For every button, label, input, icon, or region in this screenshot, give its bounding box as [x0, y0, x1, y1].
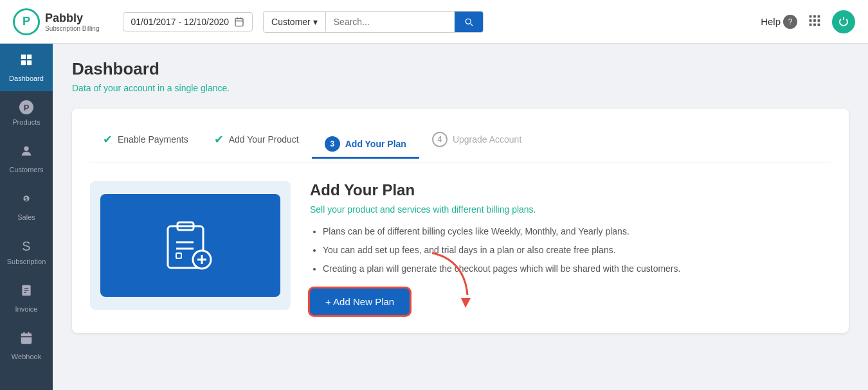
plan-description: Sell your product and services with diff… — [310, 204, 831, 215]
top-navigation: P Pabbly Subscription Billing 01/01/2017… — [0, 0, 868, 44]
search-input[interactable] — [326, 12, 455, 31]
svg-rect-10 — [809, 23, 812, 26]
logo-tagline: Subscription Billing — [45, 25, 100, 32]
step1-label: Enable Payments — [118, 134, 188, 145]
main-content: Dashboard Data of your account in a sing… — [53, 44, 868, 390]
help-button[interactable]: Help ? — [761, 15, 797, 29]
step4-label: Upgrade Account — [453, 134, 521, 145]
step1-check-icon: ✔ — [103, 132, 113, 146]
plan-feature-3: Creating a plan will generate the checko… — [323, 262, 831, 276]
plan-clipboard-icon — [158, 213, 222, 278]
sidebar-item-customers-label: Customers — [9, 166, 43, 173]
sidebar-item-dashboard[interactable]: Dashboard — [0, 44, 53, 91]
svg-rect-16 — [27, 60, 32, 65]
sidebar-item-subscription-label: Subscription — [7, 258, 46, 265]
step-enable-payments[interactable]: ✔ Enable Payments — [90, 127, 201, 152]
sidebar-item-products[interactable]: P Products — [0, 91, 53, 135]
topnav-right: Help ? — [761, 10, 855, 33]
svg-rect-6 — [818, 15, 820, 17]
step-upgrade-account[interactable]: 4 Upgrade Account — [419, 127, 534, 152]
svg-rect-14 — [27, 55, 32, 59]
logo-icon: P — [13, 8, 40, 35]
help-label: Help — [761, 16, 781, 27]
svg-text:$: $ — [24, 197, 28, 202]
sidebar-item-webhook-label: Webhook — [12, 353, 41, 360]
logo: P Pabbly Subscription Billing — [13, 8, 100, 35]
step2-check-icon: ✔ — [214, 132, 224, 146]
plan-details: Add Your Plan Sell your product and serv… — [310, 181, 831, 315]
sidebar-item-invoice[interactable]: Invoice — [0, 274, 53, 322]
sidebar-item-customers[interactable]: Customers — [0, 135, 53, 182]
main-layout: Dashboard P Products Customers $ Sales — [0, 44, 868, 390]
svg-rect-32 — [176, 253, 181, 258]
plan-feature-1: Plans can be of different billing cycles… — [323, 225, 831, 238]
sidebar-item-sales-label: Sales — [17, 213, 35, 221]
plan-image-inner — [100, 194, 280, 297]
logo-text: Pabbly Subscription Billing — [45, 12, 100, 32]
products-icon: P — [19, 100, 33, 114]
dashboard-icon — [19, 53, 33, 71]
sidebar-item-invoice-label: Invoice — [15, 305, 38, 313]
invoice-icon — [20, 283, 33, 301]
svg-rect-13 — [21, 55, 26, 59]
svg-rect-9 — [818, 19, 820, 22]
page-subtitle: Data of your account in a single glance. — [72, 83, 849, 93]
sales-icon: $ — [19, 191, 33, 209]
sidebar-item-products-label: Products — [12, 118, 40, 126]
date-range-picker[interactable]: 01/01/2017 - 12/10/2020 — [123, 12, 253, 31]
svg-rect-4 — [809, 15, 812, 17]
subscription-icon: S — [22, 239, 30, 254]
step3-label: Add Your Plan — [345, 139, 406, 149]
plan-title: Add Your Plan — [310, 181, 831, 199]
step-add-plan[interactable]: 3 Add Your Plan — [312, 131, 419, 159]
search-type-dropdown[interactable]: Customer ▾ — [264, 12, 326, 31]
search-type-label: Customer — [271, 17, 311, 27]
dashboard-card: ✔ Enable Payments ✔ Add Your Product 3 A… — [72, 109, 849, 333]
sidebar-item-webhook[interactable]: Webhook — [0, 322, 53, 369]
search-button[interactable] — [455, 12, 483, 32]
help-icon: ? — [783, 15, 797, 29]
svg-rect-11 — [813, 23, 816, 26]
svg-rect-24 — [21, 333, 32, 344]
date-range-value: 01/01/2017 - 12/10/2020 — [131, 17, 230, 27]
svg-rect-8 — [813, 19, 816, 22]
logo-name: Pabbly — [45, 12, 100, 25]
svg-rect-7 — [809, 19, 812, 22]
svg-rect-0 — [235, 18, 243, 26]
arrow-container: + Add New Plan — [310, 288, 831, 315]
customers-icon — [19, 144, 33, 162]
sidebar-item-sales[interactable]: $ Sales — [0, 182, 53, 230]
plan-content-body: Add Your Plan Sell your product and serv… — [90, 181, 831, 315]
power-icon — [838, 16, 849, 28]
step4-circle: 4 — [432, 132, 448, 147]
plan-feature-2: You can add set up fees, and trial days … — [323, 244, 831, 257]
plan-feature-list: Plans can be of different billing cycles… — [310, 225, 831, 276]
page-title: Dashboard — [72, 59, 849, 79]
search-icon — [464, 17, 474, 27]
svg-rect-15 — [21, 60, 26, 65]
add-new-plan-button[interactable]: + Add New Plan — [310, 288, 410, 315]
step-add-product[interactable]: ✔ Add Your Product — [201, 127, 312, 152]
sidebar: Dashboard P Products Customers $ Sales — [0, 44, 53, 390]
steps-bar: ✔ Enable Payments ✔ Add Your Product 3 A… — [90, 127, 831, 163]
sidebar-item-dashboard-label: Dashboard — [9, 75, 44, 82]
step2-label: Add Your Product — [229, 134, 299, 145]
svg-marker-36 — [461, 298, 471, 308]
sidebar-item-subscription[interactable]: S Subscription — [0, 230, 53, 274]
chevron-down-icon: ▾ — [313, 17, 318, 27]
step3-circle: 3 — [325, 136, 340, 152]
plan-image-box — [90, 181, 291, 310]
webhook-icon — [19, 331, 33, 349]
svg-rect-12 — [818, 23, 820, 26]
search-bar: Customer ▾ — [263, 11, 484, 33]
power-button[interactable] — [832, 10, 855, 33]
grid-icon[interactable] — [808, 13, 822, 30]
svg-point-17 — [24, 146, 28, 151]
svg-rect-5 — [813, 15, 816, 17]
calendar-icon — [234, 17, 244, 27]
